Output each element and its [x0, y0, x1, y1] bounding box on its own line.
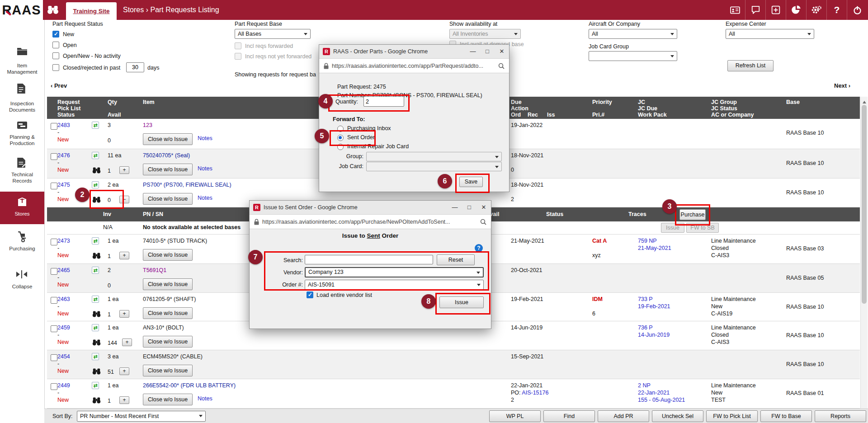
close-icon[interactable]: ✕: [495, 45, 509, 58]
status-new-checkbox[interactable]: [52, 31, 59, 38]
prev-link[interactable]: ‹ Prev: [51, 82, 67, 89]
power-icon[interactable]: [847, 0, 867, 20]
save-button[interactable]: Save: [459, 177, 483, 187]
next-link[interactable]: Next ›: [834, 82, 850, 89]
pr-link[interactable]: 2465: [57, 267, 70, 273]
maximize-button[interactable]: □: [480, 45, 495, 58]
row-checkbox[interactable]: [51, 354, 57, 361]
notes-link[interactable]: Notes: [198, 195, 212, 201]
dialog-title-bar[interactable]: R RAAS - Order Parts - Google Chrome — □…: [319, 45, 509, 59]
id-card-icon[interactable]: [725, 0, 745, 20]
row-checkbox[interactable]: [51, 153, 57, 160]
settings-gear-icon[interactable]: [806, 0, 826, 20]
expand-avail-button[interactable]: +: [119, 367, 129, 375]
scroll-up-arrow[interactable]: [863, 99, 866, 103]
jc-link[interactable]: 733 P: [638, 296, 653, 302]
item-link[interactable]: ECM45MS20* (CABLE): [143, 353, 203, 360]
expense-select[interactable]: All: [726, 29, 814, 39]
pr-link[interactable]: 2459: [57, 324, 70, 331]
collapse-avail-button[interactable]: −: [119, 196, 129, 203]
sort-select[interactable]: PR Number - Most Recent First: [77, 411, 206, 422]
refresh-list-button[interactable]: Refresh List: [727, 60, 774, 71]
request-type-icon[interactable]: [92, 122, 99, 129]
expand-avail-button[interactable]: +: [122, 338, 132, 346]
close-wo-issue-button[interactable]: Close w/o Issue: [143, 249, 193, 261]
find-button[interactable]: Find: [543, 410, 595, 422]
close-wo-issue-button[interactable]: Close w/o Issue: [143, 278, 193, 290]
order-number-select[interactable]: AIS-15091: [305, 280, 484, 290]
reports-button[interactable]: Reports: [815, 410, 866, 422]
pr-link[interactable]: 2463: [57, 296, 70, 302]
close-wo-issue-button[interactable]: Close w/o Issue: [143, 365, 193, 376]
item-link[interactable]: 266E5542-00* (FDR ULB BATTERY): [143, 382, 236, 389]
jc-link[interactable]: 736 P: [638, 324, 653, 331]
expand-avail-button[interactable]: +: [119, 166, 129, 174]
expand-avail-button[interactable]: +: [119, 310, 129, 318]
item-link[interactable]: PS700* (PS700, FIREWALL SEAL): [143, 182, 231, 188]
vertical-scrollbar[interactable]: [860, 97, 868, 423]
jc-link[interactable]: 759 NP: [638, 238, 657, 244]
minimize-button[interactable]: —: [466, 45, 480, 58]
dialog-title-bar[interactable]: R Issue to Sent Order - Google Chrome — …: [250, 201, 491, 215]
jc-due-link[interactable]: 14-Jun-2019: [638, 332, 670, 338]
close-wo-issue-button[interactable]: Close w/o Issue: [143, 307, 193, 319]
row-checkbox[interactable]: [51, 183, 57, 189]
row-checkbox[interactable]: [51, 268, 57, 275]
aircraft-select[interactable]: All: [589, 29, 677, 39]
request-type-icon[interactable]: [92, 382, 99, 389]
jc-link[interactable]: 2 NP: [638, 382, 651, 389]
scrollbar-thumb[interactable]: [862, 105, 867, 304]
purchasing-inbox-radio[interactable]: [337, 126, 344, 132]
work-pack-link[interactable]: 155 - 05-Aug-2021: [638, 397, 685, 403]
request-type-icon[interactable]: [92, 152, 99, 159]
help-icon[interactable]: ?: [475, 244, 483, 252]
close-wo-issue-button[interactable]: Close w/o Issue: [143, 164, 193, 175]
item-link[interactable]: T5691Q1: [143, 267, 166, 273]
row-checkbox[interactable]: [51, 239, 57, 245]
pie-chart-icon[interactable]: [786, 0, 806, 20]
tab-training-site[interactable]: Training Site: [66, 2, 117, 20]
notes-link[interactable]: Notes: [198, 165, 212, 172]
help-icon[interactable]: ?: [826, 0, 847, 20]
jc-due-link[interactable]: 21-May-2021: [638, 245, 671, 251]
pr-link[interactable]: 2476: [57, 152, 70, 159]
request-type-icon[interactable]: [92, 353, 99, 360]
pr-link[interactable]: 2473: [57, 238, 70, 244]
po-link[interactable]: AIS-15176: [522, 390, 548, 396]
notes-link[interactable]: Notes: [198, 395, 212, 402]
item-link[interactable]: 0761205-9* (SHAFT): [143, 296, 196, 302]
job-card-group-select[interactable]: [589, 51, 677, 61]
request-type-icon[interactable]: [92, 296, 99, 303]
search-input[interactable]: [305, 255, 433, 264]
item-link[interactable]: 750240705* (Seal): [143, 152, 190, 159]
zoom-icon[interactable]: [498, 63, 505, 69]
internal-repair-radio[interactable]: [337, 144, 344, 150]
close-icon[interactable]: ✕: [476, 201, 491, 214]
status-opennew-checkbox[interactable]: [52, 52, 59, 59]
pr-link[interactable]: 2475: [57, 182, 70, 188]
wp-pl-button[interactable]: WP PL: [489, 410, 541, 422]
zoom-icon[interactable]: [480, 219, 486, 225]
close-wo-issue-button[interactable]: Close w/o Issue: [143, 336, 193, 348]
add-icon[interactable]: [765, 0, 786, 20]
load-vendor-checkbox[interactable]: [307, 291, 313, 298]
item-link[interactable]: 74010-5* (STUD TRACK): [143, 238, 207, 244]
minimize-button[interactable]: —: [448, 201, 462, 214]
close-wo-issue-button[interactable]: Close w/o Issue: [143, 394, 193, 405]
base-select[interactable]: All Bases: [235, 29, 311, 39]
status-open-checkbox[interactable]: [52, 42, 59, 48]
jc-due-link[interactable]: 22-Jan-2021: [638, 390, 670, 396]
close-wo-issue-button[interactable]: Close w/o Issue: [143, 193, 193, 205]
quantity-input[interactable]: [363, 96, 404, 107]
notes-link[interactable]: Notes: [198, 135, 212, 141]
reset-button[interactable]: Reset: [437, 254, 475, 265]
row-checkbox[interactable]: [51, 123, 57, 130]
uncheck-sel-button[interactable]: Uncheck Sel: [652, 410, 703, 422]
close-wo-issue-button[interactable]: Close w/o Issue: [143, 133, 193, 145]
sidebar-item-stores[interactable]: Stores: [0, 192, 44, 224]
closed-days-input[interactable]: [126, 62, 144, 72]
expand-avail-button[interactable]: +: [119, 252, 129, 259]
item-link[interactable]: 123: [143, 122, 152, 128]
request-type-icon[interactable]: [92, 324, 99, 331]
request-type-icon[interactable]: [92, 267, 99, 274]
